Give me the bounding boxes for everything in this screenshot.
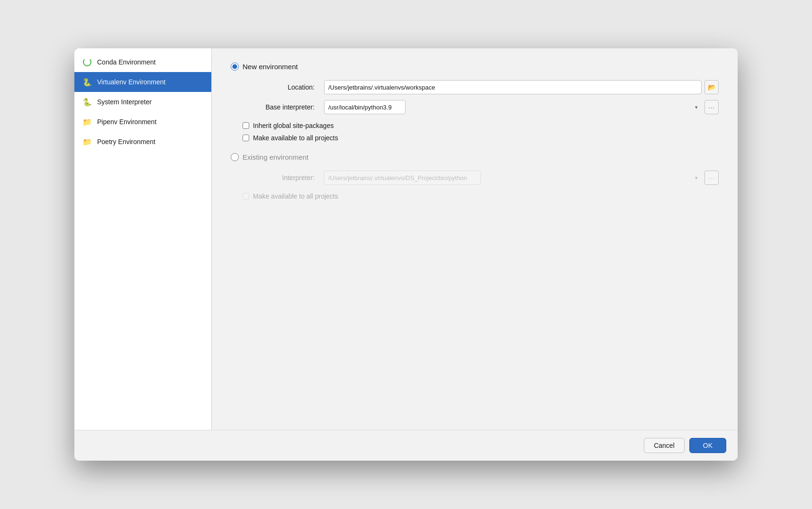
base-interpreter-row: /usr/local/bin/python3.9 ▾ ··· xyxy=(324,100,719,114)
select-arrow-icon: ▾ xyxy=(695,104,698,110)
base-interpreter-select[interactable]: /usr/local/bin/python3.9 xyxy=(324,100,406,114)
system-interpreter-icon: 🐍 xyxy=(82,97,92,107)
base-interpreter-label: Base interpreter: xyxy=(243,103,318,111)
conda-icon xyxy=(82,57,92,67)
cancel-button[interactable]: Cancel xyxy=(644,438,685,453)
sidebar-label-poetry: Poetry Environment xyxy=(97,138,155,145)
dialog: Conda Environment 🐍 Virtualenv Environme… xyxy=(74,48,738,461)
inherit-checkbox-row: Inherit global site-packages xyxy=(243,122,719,129)
folder-icon: 📂 xyxy=(708,83,716,91)
new-env-form: Location: 📂 Base interpreter: /usr/local… xyxy=(243,80,719,114)
existing-ellipsis-icon: ··· xyxy=(708,174,715,182)
location-label: Location: xyxy=(243,83,318,91)
existing-select-arrow-icon: ▾ xyxy=(695,175,698,181)
base-interpreter-wrapper: /usr/local/bin/python3.9 ▾ xyxy=(324,100,702,114)
make-available-existing-checkbox-row: Make available to all projects xyxy=(243,192,719,200)
existing-environment-radio-row: Existing environment xyxy=(231,153,719,161)
virtualenv-icon: 🐍 xyxy=(82,77,92,87)
existing-environment-radio[interactable] xyxy=(231,153,239,161)
sidebar-item-poetry[interactable]: 📁 Poetry Environment xyxy=(74,132,211,152)
make-available-new-checkbox-row: Make available to all projects xyxy=(243,134,719,142)
new-environment-radio-row: New environment xyxy=(231,63,719,71)
interpreter-browse-button[interactable]: ··· xyxy=(704,171,719,185)
location-input[interactable] xyxy=(324,80,702,94)
sidebar-item-virtualenv[interactable]: 🐍 Virtualenv Environment xyxy=(74,72,211,92)
new-environment-section: New environment Location: 📂 Base interpr… xyxy=(231,63,719,142)
interpreter-label: Interpreter: xyxy=(243,174,318,182)
poetry-icon: 📁 xyxy=(82,136,92,147)
make-available-new-checkbox[interactable] xyxy=(243,135,249,141)
existing-env-form: Interpreter: /Users/jetbrains/.virtualen… xyxy=(243,171,719,185)
sidebar-label-pipenv: Pipenv Environment xyxy=(97,118,156,126)
interpreter-row: /Users/jetbrains/.virtualenvs/DS_Project… xyxy=(324,171,719,185)
new-environment-radio[interactable] xyxy=(231,63,239,71)
make-available-existing-checkbox[interactable] xyxy=(243,193,249,200)
interpreter-select[interactable]: /Users/jetbrains/.virtualenvs/DS_Project… xyxy=(324,171,481,185)
sidebar-label-conda: Conda Environment xyxy=(97,58,156,66)
dialog-content: Conda Environment 🐍 Virtualenv Environme… xyxy=(74,48,738,430)
interpreter-wrapper: /Users/jetbrains/.virtualenvs/DS_Project… xyxy=(324,171,702,185)
sidebar: Conda Environment 🐍 Virtualenv Environme… xyxy=(74,48,212,430)
sidebar-label-virtualenv: Virtualenv Environment xyxy=(97,78,165,86)
sidebar-item-pipenv[interactable]: 📁 Pipenv Environment xyxy=(74,112,211,132)
existing-environment-label[interactable]: Existing environment xyxy=(243,153,308,161)
ellipsis-icon: ··· xyxy=(708,104,715,111)
sidebar-item-conda[interactable]: Conda Environment xyxy=(74,52,211,72)
location-browse-button[interactable]: 📂 xyxy=(704,80,719,94)
new-environment-label[interactable]: New environment xyxy=(243,63,298,71)
inherit-global-checkbox[interactable] xyxy=(243,122,249,129)
make-available-new-label: Make available to all projects xyxy=(253,134,338,142)
pipenv-icon: 📁 xyxy=(82,117,92,127)
sidebar-item-system[interactable]: 🐍 System Interpreter xyxy=(74,92,211,112)
ok-button[interactable]: OK xyxy=(689,438,726,453)
sidebar-label-system: System Interpreter xyxy=(97,98,152,106)
make-available-existing-label: Make available to all projects xyxy=(253,192,338,200)
main-panel: New environment Location: 📂 Base interpr… xyxy=(212,48,738,430)
inherit-global-label: Inherit global site-packages xyxy=(253,122,334,129)
base-interpreter-browse-button[interactable]: ··· xyxy=(704,100,719,114)
dialog-footer: Cancel OK xyxy=(74,430,738,461)
location-input-row: 📂 xyxy=(324,80,719,94)
existing-environment-section: Existing environment Interpreter: /Users… xyxy=(231,153,719,200)
